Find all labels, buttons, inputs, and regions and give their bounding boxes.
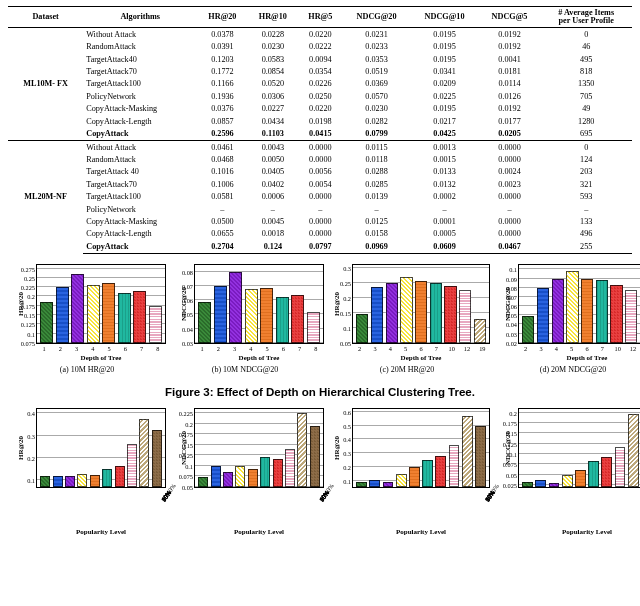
x-tick: 10 (449, 345, 455, 352)
y-tick: 0.225 (21, 284, 35, 291)
value-cell: 0.0341 (411, 65, 479, 77)
value-cell: 49 (540, 103, 632, 115)
y-axis-label: HR@20 (333, 436, 341, 460)
value-cell: 0.0000 (479, 153, 541, 165)
y-tick: 0.15 (340, 309, 351, 316)
bar (449, 445, 460, 487)
algorithm-cell: CopyAttack (83, 128, 197, 141)
bar (77, 474, 87, 487)
value-cell: 0.0056 (298, 166, 342, 178)
value-cell: 0.0797 (298, 240, 342, 253)
value-cell: 0.0250 (298, 90, 342, 102)
col-ndcg20: NDCG@20 (343, 7, 411, 28)
bar (396, 474, 407, 487)
x-tick: 5 (570, 345, 573, 352)
x-tick: 70% (628, 489, 640, 533)
value-cell: 0.0854 (248, 65, 298, 77)
y-tick: 0.05 (340, 339, 351, 346)
bar (149, 306, 162, 343)
bar (462, 416, 473, 487)
value-cell: 0.0000 (298, 191, 342, 203)
chart-fig3a: 0.0750.10.1250.150.1750.20.2250.250.275H… (8, 264, 166, 374)
value-cell: 0.0369 (343, 78, 411, 90)
bar (415, 281, 427, 343)
value-cell: 0.0468 (197, 153, 247, 165)
x-tick: 6 (124, 345, 127, 352)
y-tick: 0.075 (179, 473, 193, 480)
chart-plot-area: 0.0250.050.0750.10.1250.150.1750.2NDCG@2… (518, 408, 640, 488)
value-cell: 0.0378 (197, 28, 247, 41)
table-row: TargetAttack1000.05810.00060.00000.01390… (8, 191, 632, 203)
table-row: TargetAttack700.17720.08540.03540.05190.… (8, 65, 632, 77)
x-tick: 12 (464, 345, 470, 352)
y-axis-label: HR@20 (17, 436, 25, 460)
chart-fig3b: 0.030.040.050.060.070.08NDCG@2012345678D… (166, 264, 324, 374)
bar (223, 472, 233, 487)
table-row: CopyAttack0.27040.1240.07970.09690.06090… (8, 240, 632, 253)
value-cell: 0.0013 (411, 141, 479, 154)
value-cell: 0.0226 (298, 78, 342, 90)
y-tick: 0.3 (343, 264, 351, 271)
value-cell: 0.0094 (298, 53, 342, 65)
bar (53, 476, 63, 487)
y-tick: 0.1 (27, 330, 35, 337)
bar (276, 297, 289, 342)
bar (610, 285, 622, 343)
y-tick: 0.2 (343, 294, 351, 301)
x-tick: 3 (233, 345, 236, 352)
bar (356, 482, 367, 487)
x-axis-label: Depth of Tree (36, 354, 166, 362)
y-tick: 0.15 (24, 311, 35, 318)
dataset-cell: ML20M-NF (8, 141, 83, 254)
value-cell: 0.0434 (248, 115, 298, 127)
value-cell: – (411, 203, 479, 215)
results-table: Dataset Algorithms HR@20 HR@10 HR@5 NDCG… (8, 6, 632, 254)
value-cell: 0.0227 (248, 103, 298, 115)
chart-plot-area: 0.10.20.30.4HR@20 (36, 408, 166, 488)
value-cell: 0 (540, 28, 632, 41)
value-cell: 0.1772 (197, 65, 247, 77)
value-cell: – (479, 203, 541, 215)
y-tick: 0.275 (21, 265, 35, 272)
col-hr10: HR@10 (248, 7, 298, 28)
value-cell: 0 (540, 141, 632, 154)
chart-subtitle: (c) 20M HR@20 (380, 365, 434, 374)
chart-fig4a: 0.10.20.30.4HR@2010%20%30%40%50%60%70%80… (8, 408, 166, 536)
bar (430, 283, 442, 343)
algorithm-cell: RandomAttack (83, 153, 197, 165)
dataset-cell: ML10M- FX (8, 28, 83, 141)
y-tick: 0.2 (27, 293, 35, 300)
algorithm-cell: PolicyNetwork (83, 203, 197, 215)
bar (435, 456, 446, 487)
x-tick: 2 (524, 345, 527, 352)
value-cell: 0.0115 (343, 141, 411, 154)
table-row: CopyAttack-Masking0.05000.00450.00000.01… (8, 216, 632, 228)
algorithm-cell: Without Attack (83, 28, 197, 41)
value-cell: 0.0220 (298, 103, 342, 115)
value-cell: 0.0230 (248, 41, 298, 53)
chart-plot-area: 0.050.0750.10.1250.150.1750.20.225NDCG@2… (194, 408, 324, 488)
x-tick: 5 (108, 345, 111, 352)
value-cell: – (248, 203, 298, 215)
value-cell: 1280 (540, 115, 632, 127)
bar (575, 470, 586, 487)
bar (285, 449, 295, 487)
bar (198, 302, 211, 343)
value-cell: 0.0222 (298, 41, 342, 53)
value-cell: 0.0000 (479, 228, 541, 240)
x-tick: 4 (389, 345, 392, 352)
y-tick: 0.175 (503, 420, 517, 427)
value-cell: 495 (540, 53, 632, 65)
y-axis-label: NDCG@20 (180, 287, 188, 321)
y-tick: 0.05 (182, 483, 193, 490)
y-axis-label: HR@20 (17, 292, 25, 316)
value-cell: 0.124 (248, 240, 298, 253)
y-tick: 0.225 (179, 410, 193, 417)
value-cell: 0.0205 (479, 128, 541, 141)
x-axis-label: Depth of Tree (518, 354, 640, 362)
value-cell: 0.0132 (411, 178, 479, 190)
figure3-row: 0.0750.10.1250.150.1750.20.2250.250.275H… (8, 264, 632, 374)
y-tick: 0.1 (343, 324, 351, 331)
chart-plot-area: 0.050.10.150.20.250.3HR@20 (352, 264, 490, 344)
table-row: PolicyNetwork0.19360.03060.02500.05700.0… (8, 90, 632, 102)
